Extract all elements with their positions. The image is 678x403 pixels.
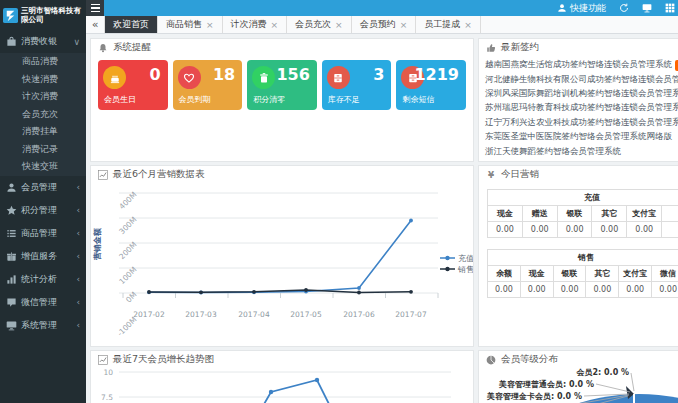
tab-5[interactable]: 员工提成× bbox=[416, 16, 481, 33]
table-cell: 0.00 bbox=[627, 222, 662, 238]
logo-icon bbox=[3, 8, 18, 23]
topbar-actions: 快捷功能 bbox=[557, 2, 678, 15]
signings-list: 越南国燕窝生活馆成功签约智络连锁会员管理系统New!河北健静生物科技有限公司成功… bbox=[479, 56, 678, 159]
panel-title: 最新签约 bbox=[501, 41, 539, 54]
column-header: 支付宝 bbox=[627, 206, 662, 222]
signing-item[interactable]: 河北健静生物科技有限公司成功签约智络连锁会员管理系统New! bbox=[479, 72, 678, 86]
signing-item[interactable]: 苏州瑞思玛特教育科技成功签约智络连锁会员管理系统New! bbox=[479, 101, 678, 115]
table-cell: 0.00 bbox=[553, 282, 586, 298]
sidebar-group-label: 会员管理 bbox=[21, 181, 72, 194]
sidebar-item[interactable]: 商品消费 bbox=[0, 53, 86, 71]
stat-label: 会员生日 bbox=[104, 94, 136, 105]
quick-functions-button[interactable]: 快捷功能 bbox=[557, 2, 606, 15]
trash-icon bbox=[252, 66, 275, 89]
chevron-left-icon: ‹ bbox=[76, 320, 80, 330]
sidebar-group-4[interactable]: 增值服务‹ bbox=[0, 245, 86, 268]
logo[interactable]: 三明市智络科技有 限公司 bbox=[0, 0, 86, 30]
refresh-icon[interactable] bbox=[619, 3, 629, 13]
sidebar-group-6[interactable]: 微信管理‹ bbox=[0, 291, 86, 314]
svg-text:7.5: 7.5 bbox=[101, 393, 113, 402]
signing-text: 东莞医圣堂中医医院签约智络会员管理系统网络版 bbox=[485, 131, 672, 143]
company-name-line2: 限公司 bbox=[21, 15, 44, 24]
monitor-icon[interactable] bbox=[642, 3, 652, 13]
drawer-icon bbox=[327, 66, 350, 89]
tab-3[interactable]: 会员充次× bbox=[287, 16, 352, 33]
six-month-chart: 营销金额400M300M200M100M0M-100M2017-022017-0… bbox=[91, 166, 473, 347]
sidebar-item[interactable]: 消费记录 bbox=[0, 141, 86, 159]
tabs: 欢迎首页商品销售×计次消费×会员充次×会员预约×员工提成× bbox=[105, 16, 481, 33]
signing-item[interactable]: 越南国燕窝生活馆成功签约智络连锁会员管理系统New! bbox=[479, 58, 678, 72]
today-tables: 充值现金赠送银联其它支付宝0.000.000.000.000.00销售余额现金银… bbox=[479, 183, 678, 298]
stat-card[interactable]: 1219剩余短信 bbox=[396, 60, 466, 110]
column-header: 其它 bbox=[592, 206, 627, 222]
pie-icon bbox=[486, 355, 496, 365]
close-icon[interactable]: × bbox=[464, 20, 472, 30]
panel-title: 最近7天会员增长趋势图 bbox=[113, 353, 214, 366]
signing-item[interactable]: 辽宁万利兴达农业科技成功签约智络连锁会员管理系统 bbox=[479, 116, 678, 130]
points-icon bbox=[6, 205, 17, 216]
sidebar-item[interactable]: 快速交班 bbox=[0, 158, 86, 176]
close-icon[interactable]: × bbox=[206, 20, 214, 30]
sidebar-group-2[interactable]: 积分管理‹ bbox=[0, 199, 86, 222]
close-icon[interactable]: × bbox=[400, 20, 408, 30]
svg-text:¥: ¥ bbox=[488, 170, 494, 180]
legend-item[interactable]: 充值 bbox=[440, 254, 473, 263]
stats-icon bbox=[6, 274, 17, 285]
table-cell: 0.00 bbox=[586, 282, 619, 298]
table-cell: 0.00 bbox=[520, 282, 553, 298]
sidebar-group-label: 消费收银 bbox=[21, 35, 69, 48]
hamburger-button[interactable] bbox=[86, 0, 104, 16]
stat-card[interactable]: 0会员生日 bbox=[98, 60, 168, 110]
chevron-left-icon: ‹ bbox=[76, 274, 80, 284]
svg-text:2017-06: 2017-06 bbox=[343, 310, 375, 319]
chevron-left-icon: ‹ bbox=[76, 251, 80, 261]
tab-4[interactable]: 会员预约× bbox=[352, 16, 417, 33]
stat-card[interactable]: 3库存不足 bbox=[322, 60, 392, 110]
sidebar-item[interactable]: 消费挂单 bbox=[0, 123, 86, 141]
sidebar-menu: 消费收银∨商品消费快速消费计次消费会员充次消费挂单消费记录快速交班会员管理‹积分… bbox=[0, 30, 86, 337]
column-header: 余额 bbox=[488, 266, 521, 282]
tab-label: 欢迎首页 bbox=[113, 18, 149, 31]
bell-icon bbox=[98, 43, 108, 53]
signing-text: 河北健静生物科技有限公司成功签约智络连锁会员管理系统 bbox=[485, 74, 678, 86]
stat-label: 积分清零 bbox=[253, 94, 285, 105]
pie-label: 会员2: 0.0 % bbox=[479, 368, 629, 378]
signing-item[interactable]: 深圳风采国际舞蹈培训机构签约智络连锁会员管理系统New! bbox=[479, 87, 678, 101]
column-header: 赠送 bbox=[522, 206, 557, 222]
tab-1[interactable]: 商品销售× bbox=[158, 16, 223, 33]
stat-card[interactable]: 156积分清零 bbox=[247, 60, 317, 110]
close-icon[interactable]: × bbox=[271, 20, 279, 30]
tab-collapse-button[interactable]: « bbox=[86, 16, 105, 33]
stat-card[interactable]: 18会员到期 bbox=[173, 60, 243, 110]
sidebar-group-1[interactable]: 会员管理‹ bbox=[0, 176, 86, 199]
sidebar-item[interactable]: 会员充次 bbox=[0, 106, 86, 124]
today-table: 销售余额现金银联其它支付宝微信0.000.000.000.000.000.00 bbox=[487, 249, 678, 298]
svg-text:2017-02: 2017-02 bbox=[133, 310, 165, 319]
table-group-header: 充值 bbox=[488, 190, 678, 206]
signing-text: 越南国燕窝生活馆成功签约智络连锁会员管理系统 bbox=[485, 59, 672, 71]
svg-text:10: 10 bbox=[103, 368, 113, 377]
tab-0[interactable]: 欢迎首页 bbox=[105, 16, 158, 33]
signing-text: 浙江天使舞蹈签约智络会员管理系统 bbox=[485, 146, 621, 158]
wechat-icon bbox=[6, 297, 17, 308]
sidebar-item[interactable]: 计次消费 bbox=[0, 88, 86, 106]
tab-bar: « 欢迎首页商品销售×计次消费×会员充次×会员预约×员工提成× bbox=[86, 16, 678, 34]
table-cell: 0.00 bbox=[619, 282, 652, 298]
svg-text:0M: 0M bbox=[124, 290, 138, 304]
table-cell: 0.00 bbox=[557, 222, 592, 238]
grid-icon[interactable] bbox=[665, 3, 675, 13]
sidebar-group-7[interactable]: 系统管理‹ bbox=[0, 314, 86, 337]
signing-item[interactable]: 东莞医圣堂中医医院签约智络会员管理系统网络版 bbox=[479, 130, 678, 144]
sidebar-group-3[interactable]: 商品管理‹ bbox=[0, 222, 86, 245]
pie-label: 美容管理普通会员: 0.0 % bbox=[479, 380, 594, 390]
signing-text: 苏州瑞思玛特教育科技成功签约智络连锁会员管理系统 bbox=[485, 102, 678, 114]
legend-item[interactable]: 销售 bbox=[440, 265, 473, 274]
signing-text: 辽宁万利兴达农业科技成功签约智络连锁会员管理系统 bbox=[485, 117, 678, 129]
sidebar-group-0[interactable]: 消费收银∨ bbox=[0, 30, 86, 53]
sidebar-group-5[interactable]: 统计分析‹ bbox=[0, 268, 86, 291]
tab-2[interactable]: 计次消费× bbox=[223, 16, 288, 33]
close-icon[interactable]: × bbox=[335, 20, 343, 30]
sidebar-item[interactable]: 快速消费 bbox=[0, 71, 86, 89]
today-table: 充值现金赠送银联其它支付宝0.000.000.000.000.00 bbox=[487, 189, 678, 238]
signing-item[interactable]: 浙江天使舞蹈签约智络会员管理系统 bbox=[479, 144, 678, 158]
